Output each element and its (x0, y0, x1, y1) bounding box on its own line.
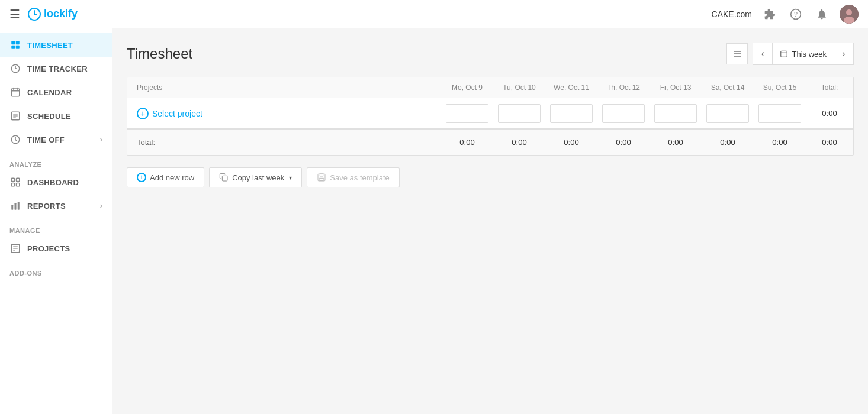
table-row: + Select project (127, 98, 853, 129)
sidebar-item-time-tracker[interactable]: TIME TRACKER (0, 57, 112, 80)
svg-rect-11 (16, 46, 20, 49)
svg-rect-32 (18, 202, 20, 210)
svg-rect-30 (11, 205, 13, 210)
puzzle-icon[interactable] (761, 6, 778, 22)
main-content: Timesheet ‹ This (112, 28, 868, 414)
logo-text: lockify (44, 8, 78, 20)
svg-text:?: ? (794, 11, 798, 18)
total-mon: 0:00 (441, 138, 493, 147)
sidebar-label-dashboard: DASHBOARD (27, 178, 79, 187)
thu-cell (597, 102, 650, 125)
col-sun: Su, Oct 15 (754, 77, 806, 98)
sidebar-item-reports[interactable]: REPORTS › (0, 194, 112, 218)
totals-label: Total: (127, 138, 441, 147)
save-template-label: Save as template (330, 173, 389, 182)
svg-rect-26 (11, 178, 14, 181)
schedule-icon (9, 110, 21, 122)
sidebar-label-reports: REPORTS (27, 202, 66, 211)
sidebar: TIMESHEET TIME TRACKER CALENDAR SCHEDULE… (0, 28, 112, 414)
thu-input[interactable] (602, 104, 645, 123)
svg-point-6 (846, 9, 852, 15)
projects-icon (9, 242, 21, 254)
timesheet-icon (9, 39, 21, 51)
sun-cell (754, 102, 806, 125)
timesheet-table: Projects Mo, Oct 9 Tu, Oct 10 We, Oct 11… (127, 77, 854, 156)
time-off-icon (9, 134, 21, 145)
total-wed: 0:00 (545, 138, 597, 147)
total-all: 0:00 (806, 138, 853, 147)
total-sun: 0:00 (754, 138, 806, 147)
addons-section-label: ADD-ONS (0, 260, 112, 279)
notification-icon[interactable] (814, 6, 830, 22)
sun-input[interactable] (758, 104, 801, 123)
sidebar-item-time-off[interactable]: TIME OFF › (0, 128, 112, 151)
mon-cell (441, 102, 493, 125)
fri-cell (650, 102, 702, 125)
week-navigation: ‹ This week › (753, 43, 854, 65)
sidebar-item-timesheet[interactable]: TIMESHEET (0, 33, 112, 57)
time-tracker-icon (9, 63, 21, 75)
add-row-icon: + (137, 173, 146, 182)
tue-input[interactable] (498, 104, 541, 123)
add-row-button[interactable]: + Add new row (127, 167, 204, 187)
copy-last-week-button[interactable]: Copy last week ▾ (209, 167, 302, 187)
total-sat: 0:00 (702, 138, 754, 147)
svg-rect-44 (320, 174, 323, 176)
col-sat: Sa, Oct 14 (702, 77, 754, 98)
list-view-button[interactable] (726, 43, 748, 64)
select-project-label: Select project (152, 109, 202, 118)
reports-chevron: › (100, 202, 102, 210)
list-icon (732, 49, 742, 59)
time-off-chevron: › (100, 135, 102, 144)
svg-rect-28 (11, 183, 14, 186)
wed-input[interactable] (550, 104, 593, 123)
copy-icon (219, 173, 229, 182)
fri-input[interactable] (654, 104, 697, 123)
col-thu: Th, Oct 12 (597, 77, 650, 98)
sidebar-item-schedule[interactable]: SCHEDULE (0, 104, 112, 128)
row-total: 0:00 (806, 106, 853, 120)
page-title: Timesheet (127, 46, 726, 62)
svg-point-7 (844, 17, 854, 24)
next-week-button[interactable]: › (834, 43, 853, 64)
sidebar-label-schedule: SCHEDULE (27, 112, 71, 121)
tue-cell (493, 102, 545, 125)
add-row-label: Add new row (150, 173, 194, 182)
svg-rect-45 (319, 178, 324, 180)
total-thu: 0:00 (597, 138, 650, 147)
sidebar-label-time-tracker: TIME TRACKER (27, 64, 88, 73)
analyze-section-label: ANALYZE (0, 151, 112, 170)
select-project-button[interactable]: + Select project (137, 108, 202, 119)
total-tue: 0:00 (493, 138, 545, 147)
sat-input[interactable] (706, 104, 749, 123)
svg-line-25 (15, 140, 17, 141)
sidebar-label-time-off: TIME OFF (27, 135, 65, 144)
dropdown-arrow: ▾ (289, 174, 292, 181)
svg-rect-9 (16, 41, 20, 44)
sidebar-label-timesheet: TIMESHEET (27, 41, 73, 50)
svg-rect-15 (11, 89, 20, 96)
sidebar-item-dashboard[interactable]: DASHBOARD (0, 170, 112, 194)
sat-cell (702, 102, 754, 125)
menu-icon[interactable]: ☰ (9, 7, 20, 21)
col-fri: Fr, Oct 13 (650, 77, 702, 98)
plus-icon: + (137, 108, 149, 119)
svg-rect-40 (781, 51, 787, 57)
save-template-button[interactable]: Save as template (307, 167, 399, 187)
calendar-icon (9, 86, 21, 98)
week-label[interactable]: This week (772, 43, 834, 64)
help-icon[interactable]: ? (787, 6, 804, 22)
col-total: Total: (806, 77, 853, 98)
svg-rect-31 (15, 203, 17, 210)
totals-row: Total: 0:00 0:00 0:00 0:00 0:00 0:00 0:0… (127, 129, 853, 155)
logo[interactable]: lockify (27, 7, 78, 21)
sidebar-item-projects[interactable]: PROJECTS (0, 237, 112, 260)
avatar[interactable] (840, 5, 859, 24)
total-fri: 0:00 (650, 138, 702, 147)
prev-week-button[interactable]: ‹ (753, 43, 772, 64)
svg-rect-29 (17, 183, 20, 186)
reports-icon (9, 200, 21, 212)
table-header: Projects Mo, Oct 9 Tu, Oct 10 We, Oct 11… (127, 77, 853, 98)
mon-input[interactable] (446, 104, 488, 123)
sidebar-item-calendar[interactable]: CALENDAR (0, 80, 112, 104)
